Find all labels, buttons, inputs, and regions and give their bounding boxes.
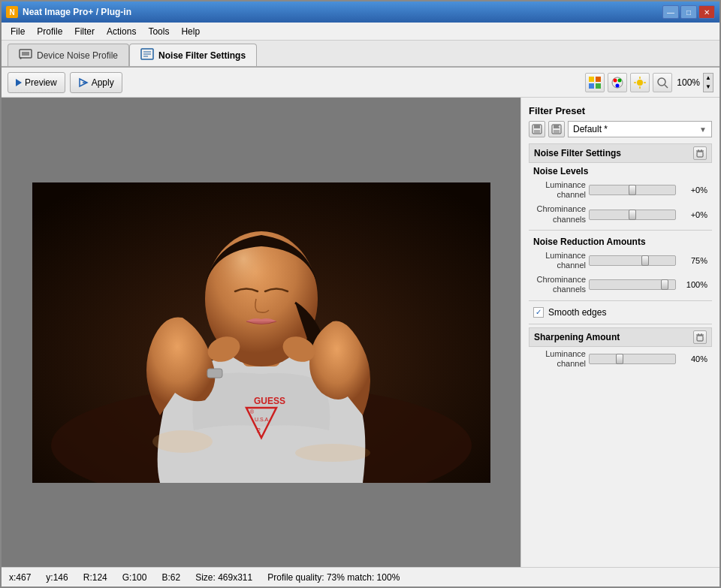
luminance-noise-level-label: Luminance channel — [533, 180, 586, 200]
svg-point-22 — [658, 78, 665, 86]
delete-noise-settings-button[interactable] — [693, 146, 707, 160]
sharpening-luminance-thumb[interactable] — [616, 354, 623, 364]
svg-rect-42 — [534, 130, 540, 133]
luminance-noise-level-slider[interactable] — [589, 185, 676, 195]
svg-point-2 — [20, 57, 21, 59]
divider-2 — [529, 300, 712, 301]
noise-filter-settings-title: Noise Filter Settings — [534, 148, 621, 158]
zoom-down[interactable]: ▼ — [704, 83, 713, 92]
luminance-reduction-thumb[interactable] — [641, 255, 649, 266]
chrominance-reduction-slider[interactable] — [589, 279, 676, 290]
luminance-noise-level-thumb[interactable] — [629, 185, 636, 195]
sharpening-luminance-row: Luminance channel 40% — [529, 347, 712, 371]
status-y: y:146 — [46, 572, 68, 583]
sharpening-luminance-value: 40% — [679, 354, 707, 363]
svg-line-23 — [665, 85, 668, 88]
brightness-icon-btn[interactable] — [630, 73, 650, 92]
svg-point-15 — [618, 78, 622, 82]
tab-device-profile-label: Device Noise Profile — [37, 50, 118, 61]
sharpening-luminance-slider[interactable] — [589, 354, 676, 364]
chrominance-noise-level-label: Chrominance channels — [533, 204, 586, 224]
menu-help[interactable]: Help — [175, 25, 206, 38]
luminance-reduction-value: 75% — [679, 256, 707, 265]
chrominance-reduction-row: Chrominance channels 100% — [529, 273, 712, 297]
smooth-edges-label: Smooth edges — [548, 307, 606, 318]
color-icon-btn[interactable] — [585, 73, 605, 92]
menu-bar: File Profile Filter Actions Tools Help — [2, 23, 719, 41]
sharpening-luminance-label: Luminance channel — [533, 349, 586, 369]
svg-text:2: 2 — [257, 427, 261, 434]
save-preset-button[interactable] — [529, 121, 545, 137]
svg-text:+: + — [558, 124, 560, 128]
delete-sharpening-button[interactable] — [693, 330, 707, 344]
svg-point-17 — [637, 80, 643, 86]
zoom-value: 100% — [677, 77, 700, 88]
menu-profile[interactable]: Profile — [31, 25, 68, 38]
device-profile-icon — [19, 48, 32, 62]
menu-actions[interactable]: Actions — [101, 25, 142, 38]
svg-text:GUESS: GUESS — [254, 396, 285, 406]
luminance-noise-level-value: +0% — [679, 185, 707, 194]
app-icon: N — [6, 6, 18, 18]
window-title: Neat Image Pro+ / Plug-in — [23, 7, 131, 17]
zoom-up[interactable]: ▲ — [704, 74, 713, 83]
svg-rect-11 — [589, 83, 594, 89]
luminance-reduction-slider[interactable] — [589, 255, 676, 266]
chrominance-noise-level-value: +0% — [679, 210, 707, 219]
svg-rect-52 — [697, 336, 703, 341]
image-container: GUESS ® U.S.A. 2 — [32, 182, 490, 483]
image-area[interactable]: GUESS ® U.S.A. 2 — [2, 98, 520, 567]
chrominance-noise-level-row: Chrominance channels +0% — [529, 202, 712, 226]
zoom-scroll[interactable]: ▲ ▼ — [703, 73, 713, 92]
divider-3 — [529, 324, 712, 324]
sharpening-header: Sharpening Amount — [529, 327, 712, 347]
title-bar: N Neat Image Pro+ / Plug-in — □ ✕ — [2, 2, 719, 23]
tab-noise-filter[interactable]: Noise Filter Settings — [129, 44, 257, 66]
svg-rect-45 — [554, 130, 560, 133]
menu-tools[interactable]: Tools — [142, 25, 175, 38]
right-panel: Filter Preset + Default * ▼ — [520, 98, 719, 567]
minimize-button[interactable]: — — [662, 5, 679, 19]
status-b: B:62 — [161, 572, 180, 583]
noise-levels-title: Noise Levels — [529, 163, 712, 178]
toolbar: Preview Apply — [2, 68, 719, 98]
magnify-icon-btn[interactable] — [653, 73, 672, 92]
noise-filter-settings-header: Noise Filter Settings — [529, 143, 712, 163]
saveas-preset-button[interactable]: + — [548, 121, 565, 137]
apply-icon — [78, 77, 89, 88]
preset-value: Default * — [573, 124, 608, 134]
main-window: N Neat Image Pro+ / Plug-in — □ ✕ File P… — [0, 0, 721, 588]
divider-1 — [529, 230, 712, 231]
apply-button[interactable]: Apply — [70, 72, 122, 93]
chrominance-reduction-label: Chrominance channels — [533, 275, 586, 294]
preset-dropdown[interactable]: Default * ▼ — [568, 121, 712, 137]
svg-point-16 — [616, 83, 620, 87]
luminance-reduction-row: Luminance channel 75% — [529, 249, 712, 273]
preview-button[interactable]: Preview — [8, 72, 65, 93]
play-icon — [16, 79, 22, 86]
noise-reduction-title: Noise Reduction Amounts — [529, 234, 712, 249]
chrominance-noise-level-slider[interactable] — [589, 210, 676, 220]
palette-icon-btn[interactable] — [608, 73, 627, 92]
svg-text:®: ® — [250, 409, 255, 415]
main-content: GUESS ® U.S.A. 2 — [2, 98, 719, 567]
chrominance-reduction-thumb[interactable] — [661, 279, 668, 290]
tab-noise-filter-label: Noise Filter Settings — [158, 50, 246, 61]
menu-filter[interactable]: Filter — [68, 25, 101, 38]
preview-label: Preview — [25, 77, 57, 88]
apply-label: Apply — [92, 77, 114, 88]
chrominance-reduction-value: 100% — [679, 280, 707, 289]
tab-device-profile[interactable]: Device Noise Profile — [8, 44, 129, 66]
maximize-button[interactable]: □ — [680, 5, 697, 19]
chrominance-noise-level-thumb[interactable] — [629, 210, 636, 220]
filter-preset-header: Filter Preset — [529, 105, 712, 116]
svg-point-14 — [614, 78, 617, 82]
smooth-edges-row: ✓ Smooth edges — [529, 304, 712, 321]
status-quality: Profile quality: 73% match: 100% — [267, 572, 400, 583]
svg-rect-10 — [596, 77, 601, 82]
close-button[interactable]: ✕ — [698, 5, 715, 19]
title-bar-buttons: — □ ✕ — [662, 5, 715, 19]
menu-file[interactable]: File — [5, 25, 31, 38]
smooth-edges-checkbox[interactable]: ✓ — [533, 307, 544, 318]
filter-preset-section: Filter Preset + Default * ▼ — [529, 105, 712, 137]
